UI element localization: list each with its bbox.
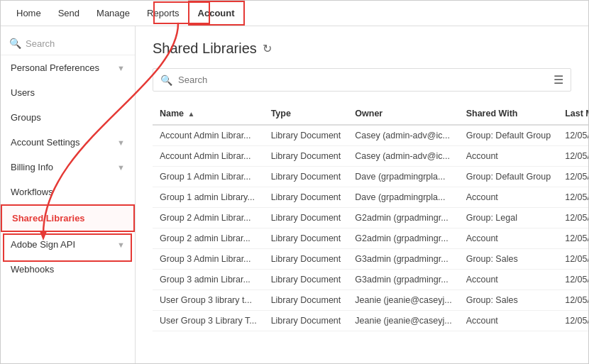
sidebar-item-adobe-sign-api[interactable]: Adobe Sign API ▼ <box>1 232 135 257</box>
cell-owner: G3admin (grpadmingr... <box>348 249 458 270</box>
sidebar: 🔍 Search Personal Preferences ▼ Users Gr… <box>1 26 136 364</box>
refresh-icon[interactable]: ↻ <box>263 42 272 55</box>
cell-sharedWith: Account <box>459 187 558 208</box>
cell-lastMod: 12/05/2019 <box>558 290 588 311</box>
cell-type: Library Document <box>264 311 348 331</box>
cell-name: User Group 3 library t... <box>153 290 264 311</box>
cell-lastMod: 12/05/2019 <box>558 125 588 146</box>
sidebar-item-users[interactable]: Users <box>1 80 135 105</box>
top-navigation: Home Send Manage Reports Account <box>1 1 588 26</box>
sidebar-label: Groups <box>11 112 41 123</box>
cell-type: Library Document <box>264 125 348 146</box>
cell-owner: G3admin (grpadmingr... <box>348 270 458 290</box>
nav-home[interactable]: Home <box>8 1 50 26</box>
table-row: Group 1 Admin Librar...Library DocumentD… <box>153 167 588 187</box>
nav-account[interactable]: Account <box>188 1 245 26</box>
col-type: Type <box>264 103 348 125</box>
col-owner: Owner <box>348 103 458 125</box>
cell-owner: Dave (grpadmingrpla... <box>348 187 458 208</box>
cell-name: User Group 3 Library T... <box>153 311 264 331</box>
sidebar-item-billing-info[interactable]: Billing Info ▼ <box>1 155 135 180</box>
sidebar-label: Users <box>11 87 35 98</box>
cell-type: Library Document <box>264 146 348 167</box>
cell-type: Library Document <box>264 249 348 270</box>
cell-owner: G2admin (grpadmingr... <box>348 208 458 228</box>
menu-icon[interactable]: ☰ <box>554 73 563 87</box>
sort-asc-icon[interactable]: ▲ <box>188 110 195 118</box>
cell-lastMod: 12/05/2019 <box>558 270 588 290</box>
cell-sharedWith: Group: Legal <box>459 208 558 228</box>
cell-sharedWith: Group: Sales <box>459 249 558 270</box>
shared-libraries-table: Name ▲ Type Owner Shared With Last Modif… <box>153 103 588 331</box>
cell-name: Group 3 Admin Librar... <box>153 249 264 270</box>
search-icon: 🔍 <box>160 75 172 86</box>
chevron-down-icon: ▼ <box>117 138 125 147</box>
sidebar-item-shared-libraries[interactable]: Shared Libraries <box>1 204 135 232</box>
chevron-down-icon: ▼ <box>117 64 125 72</box>
sidebar-label: Personal Preferences <box>11 62 99 73</box>
cell-lastMod: 12/05/2019 <box>558 146 588 167</box>
sidebar-item-groups[interactable]: Groups <box>1 105 135 130</box>
cell-lastMod: 12/05/2019 <box>558 249 588 270</box>
cell-name: Group 2 admin Librar... <box>153 228 264 249</box>
sidebar-label: Webhooks <box>11 264 54 275</box>
page-header: Shared Libraries ↻ <box>153 40 571 57</box>
table-row: Group 1 admin Library...Library Document… <box>153 187 588 208</box>
sidebar-label: Shared Libraries <box>12 213 85 224</box>
cell-lastMod: 12/05/2019 <box>558 311 588 331</box>
search-icon: 🔍 <box>9 38 21 49</box>
cell-owner: Casey (admin-adv@ic... <box>348 146 458 167</box>
sidebar-search-label: Search <box>26 38 55 49</box>
sidebar-search: 🔍 Search <box>1 32 135 55</box>
sidebar-label: Account Settings <box>11 137 80 148</box>
sidebar-item-workflows[interactable]: Workflows <box>1 180 135 204</box>
search-bar: 🔍 ☰ <box>153 68 571 92</box>
table-row: User Group 3 library t...Library Documen… <box>153 290 588 311</box>
nav-manage[interactable]: Manage <box>88 1 138 26</box>
table-row: User Group 3 Library T...Library Documen… <box>153 311 588 331</box>
chevron-down-icon: ▼ <box>117 163 125 172</box>
cell-lastMod: 12/05/2019 <box>558 208 588 228</box>
table-row: Group 3 Admin Librar...Library DocumentG… <box>153 249 588 270</box>
cell-lastMod: 12/05/2019 <box>558 167 588 187</box>
cell-owner: Jeanie (jeanie@caseyj... <box>348 290 458 311</box>
cell-name: Group 1 Admin Librar... <box>153 167 264 187</box>
cell-sharedWith: Group: Sales <box>459 290 558 311</box>
search-input[interactable] <box>178 75 548 85</box>
table-row: Account Admin Librar...Library DocumentC… <box>153 146 588 167</box>
cell-type: Library Document <box>264 228 348 249</box>
nav-send[interactable]: Send <box>50 1 88 26</box>
col-name: Name ▲ <box>153 103 264 125</box>
cell-name: Account Admin Librar... <box>153 125 264 146</box>
cell-sharedWith: Account <box>459 311 558 331</box>
sidebar-item-webhooks[interactable]: Webhooks <box>1 257 135 282</box>
table-row: Group 2 Admin Librar...Library DocumentG… <box>153 208 588 228</box>
sidebar-item-account-settings[interactable]: Account Settings ▼ <box>1 130 135 155</box>
cell-sharedWith: Account <box>459 270 558 290</box>
nav-reports[interactable]: Reports <box>138 1 188 26</box>
cell-owner: Casey (admin-adv@ic... <box>348 125 458 146</box>
cell-owner: Jeanie (jeanie@caseyj... <box>348 311 458 331</box>
cell-name: Group 1 admin Library... <box>153 187 264 208</box>
cell-sharedWith: Account <box>459 146 558 167</box>
cell-lastMod: 12/05/2019 <box>558 228 588 249</box>
main-content: Shared Libraries ↻ 🔍 ☰ Name ▲ Type Own <box>136 26 588 364</box>
cell-type: Library Document <box>264 290 348 311</box>
sidebar-label: Workflows <box>11 187 53 197</box>
cell-type: Library Document <box>264 167 348 187</box>
col-shared-with: Shared With <box>459 103 558 125</box>
cell-sharedWith: Group: Default Group <box>459 125 558 146</box>
col-last-modification: Last Modification <box>558 103 588 125</box>
sidebar-label: Billing Info <box>11 162 53 172</box>
cell-name: Group 2 Admin Librar... <box>153 208 264 228</box>
cell-owner: G2admin (grpadmingr... <box>348 228 458 249</box>
cell-type: Library Document <box>264 187 348 208</box>
table-row: Account Admin Librar...Library DocumentC… <box>153 125 588 146</box>
cell-type: Library Document <box>264 270 348 290</box>
table-row: Group 2 admin Librar...Library DocumentG… <box>153 228 588 249</box>
cell-name: Account Admin Librar... <box>153 146 264 167</box>
sidebar-item-personal-preferences[interactable]: Personal Preferences ▼ <box>1 55 135 80</box>
page-title: Shared Libraries <box>153 40 257 57</box>
cell-sharedWith: Group: Default Group <box>459 167 558 187</box>
cell-type: Library Document <box>264 208 348 228</box>
